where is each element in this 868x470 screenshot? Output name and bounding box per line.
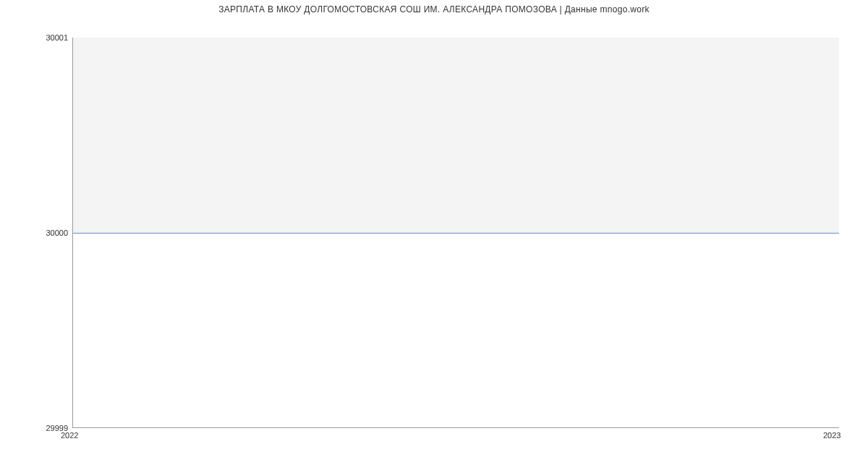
y-axis-tick-label: 30001 — [3, 33, 68, 42]
y-axis-tick-label: 30000 — [3, 228, 68, 237]
data-line — [73, 233, 839, 234]
grid-band — [73, 38, 839, 233]
y-axis-tick-label: 29999 — [3, 424, 68, 432]
x-axis-tick-label: 2023 — [823, 431, 841, 440]
chart-title: ЗАРПЛАТА В МКОУ ДОЛГОМОСТОВСКАЯ СОШ ИМ. … — [0, 4, 868, 14]
chart-container: ЗАРПЛАТА В МКОУ ДОЛГОМОСТОВСКАЯ СОШ ИМ. … — [0, 0, 868, 470]
plot-area — [72, 38, 839, 428]
x-axis-tick-label: 2022 — [61, 431, 78, 440]
